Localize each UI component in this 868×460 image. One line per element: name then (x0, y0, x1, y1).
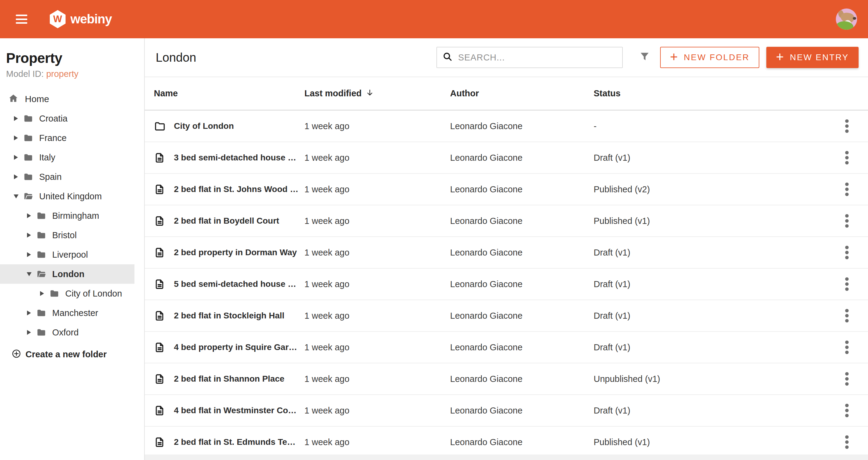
status-cell: - (594, 121, 841, 131)
folder-tree-item[interactable]: Spain (0, 167, 134, 186)
modified-cell: 1 week ago (304, 153, 450, 163)
row-type-icon (154, 278, 174, 290)
table-row[interactable]: 2 bed flat in Boydell Court 1 week ago L… (145, 205, 868, 237)
row-menu-button[interactable] (841, 400, 853, 421)
table-row[interactable]: 3 bed semi-detached house … 1 week ago L… (145, 142, 868, 174)
modified-cell: 1 week ago (304, 437, 450, 447)
caret-icon[interactable] (26, 272, 32, 276)
table-row[interactable]: 4 bed flat in Westminster Co… 1 week ago… (145, 395, 868, 427)
folder-tree-item[interactable]: Manchester (0, 303, 134, 323)
row-menu-button[interactable] (841, 337, 853, 358)
row-menu-button[interactable] (841, 242, 853, 263)
modified-cell: 1 week ago (304, 216, 450, 226)
row-menu-button[interactable] (841, 368, 853, 390)
folder-label: Bristol (52, 230, 77, 240)
table-row[interactable]: 2 bed flat in St. Johns Wood … 1 week ag… (145, 174, 868, 205)
filter-button[interactable] (638, 50, 651, 65)
caret-icon[interactable] (26, 213, 32, 218)
table-row[interactable]: 2 bed flat in Shannon Place 1 week ago L… (145, 364, 868, 395)
new-folder-button[interactable]: + NEW FOLDER (660, 47, 759, 68)
caret-icon[interactable] (13, 116, 19, 121)
author-cell: Leonardo Giacone (450, 121, 594, 131)
row-menu-button[interactable] (841, 147, 853, 168)
kebab-icon (845, 119, 849, 134)
name-cell: City of London (174, 121, 304, 131)
column-header-author[interactable]: Author (450, 88, 594, 98)
caret-icon[interactable] (26, 330, 32, 335)
author-cell: Leonardo Giacone (450, 374, 594, 384)
row-type-icon (154, 247, 174, 258)
user-avatar[interactable] (836, 8, 857, 30)
author-cell: Leonardo Giacone (450, 437, 594, 447)
folder-tree-item[interactable]: Bristol (0, 225, 134, 245)
modified-cell: 1 week ago (304, 406, 450, 415)
table-row[interactable]: 2 bed flat in St. Edmunds Te… 1 week ago… (145, 427, 868, 458)
modified-cell: 1 week ago (304, 311, 450, 321)
file-icon (154, 310, 165, 321)
column-header-status[interactable]: Status (594, 88, 841, 98)
caret-icon[interactable] (13, 174, 19, 179)
kebab-icon (845, 213, 849, 228)
folder-label: Croatia (39, 114, 68, 124)
search-icon (442, 52, 453, 63)
folder-tree-item[interactable]: Croatia (0, 109, 134, 128)
row-type-icon (154, 405, 174, 416)
table-row[interactable]: 2 bed property in Dorman Way 1 week ago … (145, 237, 868, 268)
folder-tree-item[interactable]: Italy (0, 148, 134, 167)
search-input[interactable] (458, 53, 617, 63)
folder-label: United Kingdom (39, 192, 102, 201)
folder-label: Manchester (52, 308, 98, 318)
row-menu-button[interactable] (841, 431, 853, 453)
author-cell: Leonardo Giacone (450, 248, 594, 258)
status-cell: Published (v1) (594, 437, 841, 447)
caret-icon[interactable] (26, 252, 32, 257)
caret-icon[interactable] (26, 311, 32, 315)
hamburger-menu-icon[interactable] (16, 15, 27, 24)
table-row[interactable]: City of London 1 week ago Leonardo Giaco… (145, 111, 868, 142)
status-cell: Draft (v1) (594, 248, 841, 258)
folder-tree-item[interactable]: Birmingham (0, 206, 134, 225)
status-cell: Draft (v1) (594, 406, 841, 415)
row-menu-button[interactable] (841, 210, 853, 232)
home-label: Home (25, 94, 49, 104)
model-id-line: Model ID: property (6, 69, 144, 79)
webiny-logo[interactable]: W webiny (50, 10, 112, 28)
row-menu-button[interactable] (841, 274, 853, 295)
entries-table: City of London 1 week ago Leonardo Giaco… (145, 111, 868, 458)
folder-label: Spain (39, 172, 62, 182)
folder-tree-item[interactable]: United Kingdom (0, 186, 134, 206)
kebab-icon (845, 150, 849, 165)
status-cell: Published (v2) (594, 184, 841, 195)
folder-tree-item[interactable]: City of London (0, 284, 134, 303)
column-header-name[interactable]: Name (154, 88, 304, 98)
file-icon (154, 278, 165, 290)
row-menu-button[interactable] (841, 115, 853, 137)
folder-tree-item[interactable]: London (0, 264, 134, 284)
folder-tree-item[interactable]: Liverpool (0, 245, 134, 264)
new-entry-button[interactable]: + NEW ENTRY (766, 47, 859, 68)
caret-icon[interactable] (13, 195, 19, 198)
kebab-icon (845, 435, 849, 449)
folder-icon (23, 191, 34, 201)
folder-tree-item[interactable]: France (0, 128, 134, 148)
table-row[interactable]: 4 bed property in Squire Gar… 1 week ago… (145, 332, 868, 364)
create-folder-button[interactable]: Create a new folder (0, 346, 144, 363)
modified-cell: 1 week ago (304, 121, 450, 131)
caret-icon[interactable] (26, 233, 32, 238)
table-row[interactable]: 5 bed semi-detached house … 1 week ago L… (145, 268, 868, 300)
file-icon (154, 405, 165, 416)
kebab-icon (845, 403, 849, 418)
table-row[interactable]: 2 bed flat in Stockleigh Hall 1 week ago… (145, 300, 868, 332)
folder-tree-item[interactable]: Oxford (0, 323, 134, 342)
caret-icon[interactable] (13, 136, 19, 140)
caret-icon[interactable] (13, 155, 19, 160)
column-header-modified[interactable]: Last modified (304, 88, 450, 99)
caret-icon[interactable] (39, 291, 44, 296)
name-cell: 2 bed property in Dorman Way (174, 248, 304, 257)
plus-icon: + (776, 48, 785, 66)
row-menu-button[interactable] (841, 305, 853, 326)
model-id-value[interactable]: property (46, 69, 78, 79)
folder-icon (35, 269, 47, 279)
row-menu-button[interactable] (841, 179, 853, 200)
sidebar-item-home[interactable]: Home (0, 89, 144, 109)
